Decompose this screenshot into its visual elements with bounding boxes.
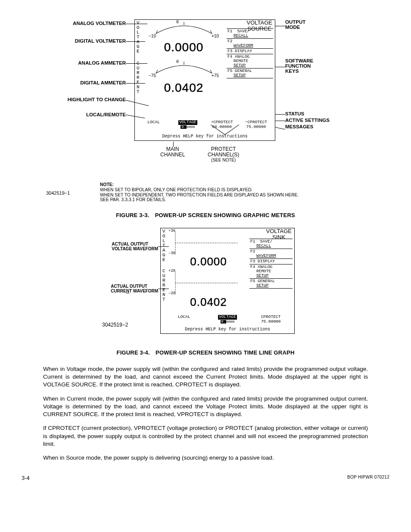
status-cprotect-pos: +CPROTECT60.00000	[205, 120, 239, 129]
label-output-mode: OUTPUTMODE	[285, 19, 305, 30]
vlabel-voltage-2: VOLTAGE	[162, 229, 165, 262]
label-digital-voltmeter: DIGITAL VOLTMETER	[75, 38, 126, 44]
callout-main-channel: MAINCHANNEL	[160, 146, 185, 157]
analog-ammeter: 0 −75+75	[146, 61, 221, 73]
status-main-channel-2[interactable]: VOLTAGE 0.0000	[206, 315, 249, 324]
label-status: STATUS	[285, 111, 304, 116]
label-voltage-waveform: ACTUAL OUTPUTVOLTAGE WAVEFORM	[112, 242, 158, 251]
lcd-screen: VOLTAGESOURCE VOLTAGE CURRENT 0 −10+10 0…	[134, 19, 275, 141]
label-analog-ammeter: ANALOG AMMETER	[78, 60, 126, 65]
status-cprotect-neg: −CPROTECT75.00000	[239, 120, 273, 129]
status-cprotect-2: CPROTECT75.00000	[249, 315, 293, 324]
paragraph-current-mode: When in Current mode, the power supply w…	[43, 395, 368, 419]
fkey2-f1[interactable]: F1 SAVE/RECALL	[249, 239, 293, 249]
current-waveform-area: +28 −28	[171, 270, 240, 296]
status-row-2: LOCAL VOLTAGE 0.0000 CPROTECT75.00000	[162, 315, 293, 324]
label-active-settings: ACTIVE SETTINGS	[285, 118, 330, 123]
voltage-waveform-area: +36 −36	[171, 230, 240, 256]
vlabel-voltage: VOLTAGE	[137, 21, 140, 54]
fkey2-f2[interactable]: F2WAVEFORM	[249, 249, 293, 258]
vlabel-current-2: CURRENT	[162, 269, 165, 302]
lcd-screen-2: VOLTAGESINK VOLTAGE CURRENT +36 −36 0.00…	[160, 228, 295, 334]
vlabel-current: CURRENT	[137, 61, 140, 94]
callout-protect-channels: PROTECTCHANNEL(S)(SEE NOTE)	[208, 146, 239, 163]
digital-voltmeter-2: 0.0000	[172, 255, 245, 268]
label-current-waveform: ACTUAL OUTPUTCURRENT WAVEFORM	[111, 284, 158, 293]
fkey-f2[interactable]: F2WAVEFORM	[227, 38, 273, 48]
figure-3-4-caption: FIGURE 3-4. POWER-UP SCREEN SHOWING TIME…	[22, 349, 389, 356]
paragraph-source-mode: When in Source mode, the power supply is…	[43, 454, 368, 462]
page-number: 3-4	[22, 475, 30, 481]
status-local-2: LOCAL	[162, 315, 206, 324]
figure-3-3: ANALOG VOLTMETER DIGITAL VOLTMETER ANALO…	[37, 17, 374, 202]
label-messages: MESSAGES	[285, 124, 313, 129]
figure-note: NOTE: WHEN SET TO BIPOLAR, ONLY ONE PROT…	[100, 182, 324, 202]
fkey-f5[interactable]: F5 GENERALSETUP	[227, 68, 273, 78]
label-software-function-keys: SOFTWAREFUNCTIONKEYS	[285, 58, 313, 74]
drawing-number-1: 3042519−1	[46, 190, 70, 196]
help-message: Depress HELP key for instructions	[135, 134, 275, 139]
doc-id: BOP HIPWR 070212	[347, 475, 389, 481]
function-keys: F1 SAVE/RECALL F2WAVEFORM F3 DISPLAY F4 …	[227, 28, 273, 78]
label-highlight-to-change: HIGHLIGHT TO CHANGE	[68, 97, 126, 102]
function-keys-2: F1 SAVE/RECALL F2WAVEFORM F3 DISPLAY F4 …	[249, 239, 293, 289]
fkey2-f4[interactable]: F4 ANALOGREMOTESETUP	[249, 264, 293, 278]
help-message-2: Depress HELP key for instructions	[161, 327, 294, 332]
analog-voltmeter: 0 −10+10	[146, 22, 221, 34]
fkey-f4[interactable]: F4 ANALOGREMOTESETUP	[227, 54, 273, 68]
digital-ammeter: 0.0402	[146, 81, 221, 95]
status-local: LOCAL	[137, 120, 171, 129]
digital-voltmeter: 0.0000	[146, 40, 221, 54]
drawing-number-2: 3042519−2	[102, 322, 128, 328]
fkey2-f3[interactable]: F3 DISPLAY	[249, 258, 293, 264]
figure-3-4: ACTUAL OUTPUTVOLTAGE WAVEFORM ACTUAL OUT…	[85, 228, 326, 340]
fkey2-f5[interactable]: F5 GENERALSETUP	[249, 278, 293, 289]
fkey-f1[interactable]: F1 SAVE/RECALL	[227, 28, 273, 38]
figure-3-3-caption: FIGURE 3-3. POWER-UP SCREEN SHOWING GRAP…	[22, 212, 389, 218]
label-digital-ammeter: DIGITAL AMMETER	[80, 80, 126, 85]
paragraph-protect: If CPROTECT (current protection), VPROTE…	[43, 424, 368, 448]
status-main-channel[interactable]: VOLTAGE 0.0000	[171, 120, 205, 129]
fkey-f3[interactable]: F3 DISPLAY	[227, 48, 273, 54]
label-analog-voltmeter: ANALOG VOLTMETER	[73, 21, 126, 26]
paragraph-voltage-mode: When in Voltage mode, the power supply w…	[43, 365, 368, 389]
page-footer: 3-4 BOP HIPWR 070212	[22, 475, 389, 481]
label-local-remote: LOCAL/REMOTE	[86, 112, 126, 117]
digital-ammeter-2: 0.0402	[172, 296, 245, 309]
status-row: LOCAL VOLTAGE 0.0000 +CPROTECT60.00000 −…	[137, 120, 273, 129]
